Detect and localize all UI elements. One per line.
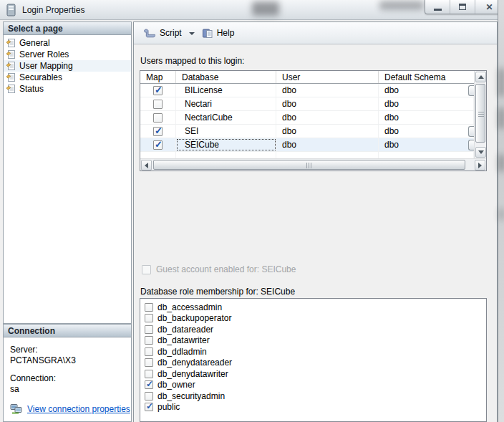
column-header-map[interactable]: Map [140,71,176,83]
thumb-grip [306,163,311,168]
select-page-panel: Select a page General [3,21,132,324]
role-checkbox[interactable] [145,380,153,389]
user-mapping-grid: Map Database User Default Schema BILicen… [140,70,487,171]
thumb-grip [478,112,484,117]
arrow-up-icon [478,75,484,79]
connection-value: sa [10,384,131,394]
role-checkbox[interactable] [145,403,153,411]
role-item[interactable]: db_datawriter [145,335,486,347]
scroll-right-button[interactable] [475,160,485,171]
scroll-down-button[interactable] [475,147,486,158]
sidebar-page-label: User Mapping [19,61,73,71]
map-checkbox[interactable] [153,100,163,109]
grid-vertical-scrollbar[interactable] [474,71,486,158]
page-icon [6,49,16,59]
user-cell: dbo [276,84,379,97]
role-item[interactable]: db_denydatareader [145,358,486,369]
database-cell: SEICube [176,138,276,151]
users-mapped-label: Users mapped to this login: [140,56,244,66]
sidebar-page-item[interactable]: General [4,37,131,49]
sidebar-page-label: Status [19,84,44,94]
grid-row[interactable]: BILicense dbo dbo [140,84,474,97]
role-item[interactable]: db_denydatawriter [145,368,486,380]
role-checkbox[interactable] [145,370,153,378]
map-checkbox[interactable] [153,127,163,136]
map-checkbox[interactable] [153,86,163,95]
role-item[interactable]: db_owner [145,380,486,391]
vertical-scroll-thumb[interactable] [475,84,485,143]
sidebar-page-item[interactable]: Securables [4,72,131,83]
role-checkbox[interactable] [145,336,153,345]
scroll-left-button[interactable] [141,160,152,171]
role-checkbox[interactable] [145,314,153,322]
database-cell: SEI [176,125,276,138]
grid-row[interactable]: SEI dbo dbo [140,125,474,138]
default-schema-cell: dbo [379,111,474,124]
login-properties-dialog: Login Properties ✕ Select a page General [0,0,504,422]
schema-browse-button[interactable] [468,126,474,137]
column-header-database[interactable]: Database [176,71,276,83]
map-cell [140,84,176,97]
role-checkbox[interactable] [145,392,153,401]
sidebar-page-item[interactable]: User Mapping [4,60,131,72]
scroll-up-button[interactable] [475,72,486,82]
default-schema-cell: dbo [379,97,474,110]
server-value: PCTANSGRA\X3 [10,355,131,365]
role-label: db_datareader [158,325,213,335]
help-button-label: Help [217,28,235,38]
sidebar-page-item[interactable]: Status [4,83,131,95]
window-controls: ✕ [425,0,504,14]
script-button[interactable]: Script [140,26,185,40]
pages-list: General Server Roles [4,35,131,95]
maximize-button[interactable] [450,0,475,14]
grid-empty-space [140,152,474,158]
grid-row[interactable]: NectariCube dbo dbo [140,111,474,125]
role-checkbox[interactable] [145,325,153,334]
grid-row[interactable]: Nectari dbo dbo [140,97,474,111]
role-item[interactable]: db_securityadmin [145,390,486,402]
help-button[interactable]: Help [199,26,238,41]
grid-horizontal-scrollbar[interactable] [140,158,486,171]
user-cell: dbo [276,125,379,138]
arrow-down-icon [478,150,484,154]
column-header-user[interactable]: User [276,71,379,83]
map-checkbox[interactable] [153,113,163,123]
maximize-icon [459,4,466,10]
grid-row[interactable]: SEICube dbo dbo [140,138,474,152]
database-cell: Nectari [176,97,276,110]
sidebar-page-item[interactable]: Server Roles [4,49,131,60]
role-checkbox[interactable] [145,303,153,312]
role-label: db_denydatawriter [158,369,228,379]
role-membership-list: db_accessadmin db_backupoperator db_data… [140,298,487,422]
default-schema-cell: dbo [379,138,474,151]
guest-account-label: Guest account enabled for: SEICube [156,264,296,274]
arrow-right-icon [478,163,482,168]
server-icon [6,4,16,16]
user-cell: dbo [276,138,379,151]
role-label: db_denydatareader [158,358,232,368]
role-label: db_owner [158,380,195,390]
horizontal-scroll-thumb[interactable] [153,160,465,170]
role-checkbox[interactable] [145,347,153,356]
script-dropdown-caret[interactable] [189,32,195,35]
role-label: db_accessadmin [158,302,222,312]
grid-body: Map Database User Default Schema BILicen… [140,71,474,158]
schema-browse-button[interactable] [468,85,474,96]
window-title: Login Properties [22,5,84,15]
map-cell [140,125,176,138]
role-checkbox[interactable] [145,358,153,367]
view-connection-properties-link[interactable]: View connection properties [27,404,130,414]
role-item[interactable]: db_accessadmin [145,302,486,313]
map-cell [140,97,176,110]
glass-reflection [252,1,279,16]
minimize-button[interactable] [425,0,450,14]
role-item[interactable]: public [145,402,486,413]
role-item[interactable]: db_datareader [145,324,486,335]
connection-label: Connection: [10,373,131,383]
schema-browse-button[interactable] [468,140,474,150]
column-header-default-schema[interactable]: Default Schema [379,71,474,83]
role-item[interactable]: db_ddladmin [145,346,486,358]
map-checkbox[interactable] [153,140,163,150]
map-cell [140,138,176,151]
role-item[interactable]: db_backupoperator [145,313,486,325]
